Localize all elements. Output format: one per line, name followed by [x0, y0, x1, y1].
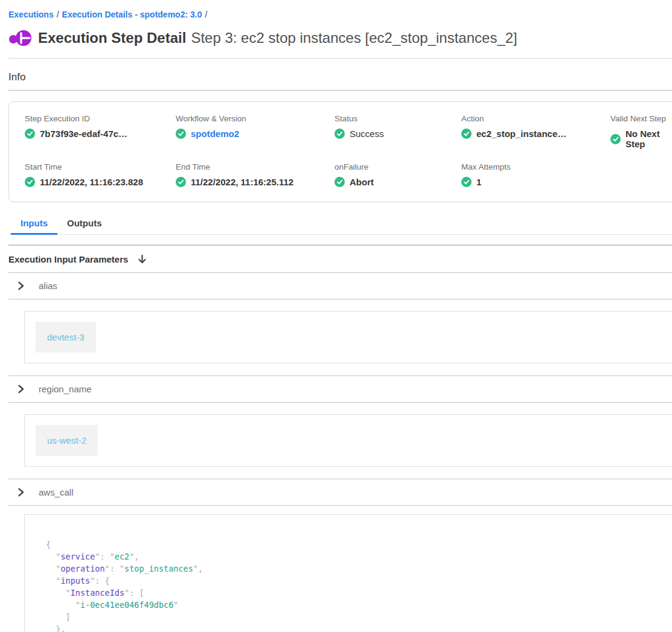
json-code: { "service": "ec2", "operation": "stop_i…	[46, 538, 672, 632]
info-field-label: Workflow & Version	[176, 114, 334, 123]
info-field-label: Action	[461, 114, 610, 123]
info-field-value: spotdemo2	[176, 129, 334, 139]
page-title: Execution Step Detail	[38, 30, 186, 46]
info-field: Workflow & Version spotdemo2	[176, 114, 334, 149]
parameter-value-box: us-west-2	[24, 414, 672, 467]
parameter-name: region_name	[39, 384, 92, 394]
success-icon	[25, 129, 35, 139]
breadcrumb-separator: /	[205, 10, 207, 19]
arrow-down-icon[interactable]	[136, 254, 148, 265]
page-subtitle: Step 3: ec2 stop instances [ec2_stop_ins…	[191, 30, 517, 46]
parameter-row-divider	[8, 402, 672, 403]
tab-outputs[interactable]: Outputs	[57, 212, 112, 235]
info-field-label: Step Execution ID	[25, 114, 176, 123]
info-field-value: Success	[334, 129, 461, 139]
info-field-value: 11/22/2022, 11:16:23.828	[25, 177, 176, 187]
breadcrumb-separator: /	[57, 10, 59, 19]
parameters-header-label: Execution Input Parameters	[8, 254, 128, 264]
info-field: Valid Next Step No Next Step	[610, 114, 672, 149]
parameters-list: alias devtest-3 region_name us-west-2	[8, 273, 672, 632]
parameter-code-box: { "service": "ec2", "operation": "stop_i…	[24, 514, 672, 632]
tab-inputs[interactable]: Inputs	[11, 212, 57, 235]
success-icon	[610, 134, 621, 144]
workflow-logo-icon	[8, 27, 33, 49]
success-icon	[25, 177, 35, 187]
info-heading-divider	[8, 90, 672, 91]
chevron-right-icon	[16, 384, 26, 394]
parameter-value-box: devtest-3	[24, 311, 672, 363]
info-field: Max Attempts 1	[461, 162, 610, 187]
page-header: Execution Step Detail Step 3: ec2 stop i…	[8, 27, 672, 49]
parameter-row-alias[interactable]: alias	[8, 273, 672, 299]
info-field: Action ec2_stop_instance…	[461, 114, 610, 149]
info-field-value: ec2_stop_instance…	[461, 129, 610, 139]
info-field-label: Max Attempts	[461, 162, 610, 171]
info-field: End Time 11/22/2022, 11:16:25.112	[176, 162, 334, 187]
parameter-row-divider	[8, 299, 672, 299]
info-field-label: Status	[334, 114, 461, 123]
info-field: Start Time 11/22/2022, 11:16:23.828	[25, 162, 176, 187]
info-field: Status Success	[334, 114, 461, 149]
info-field-label: Start Time	[25, 162, 176, 171]
success-icon	[461, 129, 472, 139]
breadcrumb-link[interactable]: Executions	[8, 10, 54, 19]
parameter-name: alias	[39, 281, 57, 291]
chevron-right-icon	[16, 281, 26, 291]
chevron-right-icon	[16, 487, 26, 497]
tab-bar: InputsOutputs	[8, 212, 672, 235]
parameter-name: aws_call	[39, 487, 74, 497]
info-field-value: 7b73f93e-edaf-47c…	[25, 129, 176, 139]
parameters-header: Execution Input Parameters	[8, 246, 672, 272]
success-icon	[461, 177, 472, 187]
parameter-row-aws_call[interactable]: aws_call	[8, 479, 672, 505]
parameter-value-chip: us-west-2	[36, 425, 98, 456]
info-field: onFailure Abort	[334, 162, 461, 187]
info-field-value: Abort	[334, 177, 461, 187]
success-icon	[334, 177, 345, 187]
info-field-value: 11/22/2022, 11:16:25.112	[176, 177, 334, 187]
info-field-value: No Next Step	[610, 129, 672, 149]
info-section-heading: Info	[8, 71, 672, 83]
success-icon	[176, 129, 186, 139]
execution-step-detail-page: Executions/Execution Details - spotdemo2…	[0, 0, 672, 632]
success-icon	[176, 177, 186, 187]
parameter-row-divider	[8, 505, 672, 506]
breadcrumb-link[interactable]: Execution Details - spotdemo2: 3.0	[62, 10, 202, 19]
info-field: Step Execution ID 7b73f93e-edaf-47c…	[25, 114, 176, 149]
success-icon	[334, 129, 345, 139]
info-card: Step Execution ID 7b73f93e-edaf-47c… Wor…	[8, 101, 672, 202]
info-field-value: 1	[461, 177, 610, 187]
info-field-label: onFailure	[334, 162, 461, 171]
parameter-value-chip: devtest-3	[36, 322, 96, 353]
parameter-row-region_name[interactable]: region_name	[8, 376, 672, 402]
info-field-label: Valid Next Step	[610, 114, 672, 123]
header-divider	[8, 58, 672, 59]
info-field-label: End Time	[176, 162, 334, 171]
breadcrumb: Executions/Execution Details - spotdemo2…	[8, 0, 672, 19]
